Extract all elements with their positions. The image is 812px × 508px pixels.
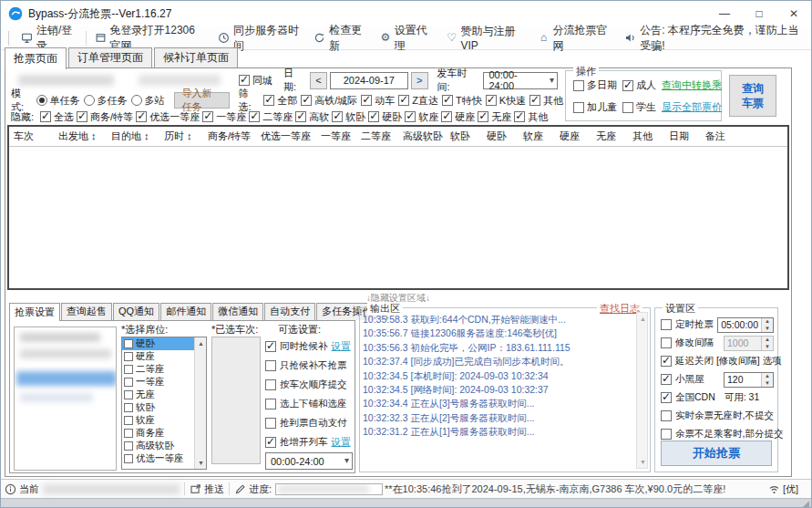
no-seat-row[interactable]: 实时余票无座时,不提交 <box>661 407 774 425</box>
col-soft-seat[interactable]: 软座 <box>519 126 555 147</box>
col-train-no[interactable]: 车次 <box>8 126 54 147</box>
col-remark[interactable]: 备注 <box>701 126 788 147</box>
option-extra-trains[interactable]: 抢增开列车设置 <box>265 432 353 451</box>
adult-checkbox[interactable]: 成人 <box>622 78 656 92</box>
scroll-down-icon[interactable]: ▼ <box>637 456 649 468</box>
status-bar: 当前 推送 进度: **在10:35:46抢到了2024-09-15,无锡东-南… <box>1 479 811 498</box>
prev-date-button[interactable]: < <box>310 72 327 89</box>
col-hard-sleeper[interactable]: 硬卧 <box>482 126 519 147</box>
delay-close-row[interactable]: 延迟关闭 [修改间隔] 选项 <box>661 352 774 370</box>
grab-time-select[interactable]: 00:00-24:00 <box>265 452 353 470</box>
tab-qq-notify[interactable]: QQ通知 <box>113 303 159 320</box>
option-berth-seat-select[interactable]: 选上下铺和选座 <box>265 394 353 413</box>
tab-email-notify[interactable]: 邮件通知 <box>160 303 211 320</box>
col-deluxe-sleeper[interactable]: 高级软卧 <box>398 126 446 147</box>
mode-multistation-radio[interactable]: 多站 <box>131 94 165 108</box>
tab-waitlist-orders[interactable]: 候补订单页面 <box>154 47 238 68</box>
col-hard-seat[interactable]: 硬座 <box>555 126 591 147</box>
mode-single-radio[interactable]: 单任务 <box>36 94 80 108</box>
scroll-up-icon[interactable]: ▲ <box>637 313 649 325</box>
tab-wechat-notify[interactable]: 微信通知 <box>212 303 263 320</box>
filter-option-k[interactable]: K快速 <box>486 94 526 108</box>
tab-grab-page[interactable]: 抢票页面 <box>5 47 67 69</box>
log-scrollbar[interactable]: ▲ ▼ <box>636 312 648 469</box>
hide-option[interactable]: 软座 <box>405 110 438 124</box>
col-duration[interactable]: 历时 ↕ <box>159 126 203 147</box>
filter-option-t[interactable]: T特快 <box>442 94 482 108</box>
col-premium-first[interactable]: 优选一等座 <box>256 126 316 147</box>
logout-login-button[interactable]: 注销/登录 <box>15 28 84 48</box>
tab-sale-query[interactable]: 查询起售 <box>61 303 112 320</box>
child-checkbox[interactable]: 加儿童 <box>573 100 617 114</box>
tab-order-management[interactable]: 订单管理页面 <box>68 47 152 68</box>
check-update-button[interactable]: 检查更新 <box>307 28 374 48</box>
show-all-price-link[interactable]: 显示全部票价 <box>662 100 722 114</box>
open-12306-button[interactable]: 免登录打开12306官网 <box>88 28 211 48</box>
set-proxy-button[interactable]: ⚙ 设置代理 <box>374 28 440 48</box>
timed-grab-spinner[interactable]: 05:00:00▲▼ <box>717 317 774 333</box>
hide-option[interactable]: 全选 <box>40 110 74 124</box>
official-site-button[interactable]: ⌂ 分流抢票官网 <box>532 28 618 48</box>
tab-auto-pay[interactable]: 自动支付 <box>264 303 315 320</box>
import-task-button[interactable]: 导入新任务 <box>174 92 230 109</box>
depart-time-select[interactable]: 00:00-24:00 <box>483 72 558 89</box>
filter-option-all[interactable]: 全部 <box>263 94 297 108</box>
hide-option[interactable]: 硬座 <box>441 110 475 124</box>
filter-option-z[interactable]: Z直达 <box>398 94 438 108</box>
option-grab-waitlist[interactable]: 同时抢候补设置 <box>265 337 353 356</box>
multi-date-checkbox[interactable]: 多日期 <box>573 78 617 92</box>
student-checkbox[interactable]: 学生 <box>622 100 656 114</box>
hide-option[interactable]: 一等座 <box>202 110 246 124</box>
filter-option-d[interactable]: 动车 <box>361 94 395 108</box>
push-label[interactable]: 推送 <box>204 482 224 496</box>
col-soft-sleeper[interactable]: 软卧 <box>446 126 482 147</box>
hide-option[interactable]: 二等座 <box>249 110 293 124</box>
col-origin[interactable]: 出发地 ↕ <box>54 126 107 147</box>
tab-grab-settings[interactable]: 抢票设置 <box>9 303 60 321</box>
transfer-query-link[interactable]: 查询中转换乘 <box>662 78 722 92</box>
checkbox-icon[interactable] <box>661 319 672 330</box>
date-input[interactable]: 2024-09-17 <box>330 72 408 89</box>
checkbox-icon[interactable] <box>661 374 672 385</box>
start-grab-button[interactable]: 开始抢票 <box>661 441 772 466</box>
col-no-seat[interactable]: 无座 <box>591 126 628 147</box>
blackroom-spinner[interactable]: 120▲▼ <box>724 372 774 388</box>
statusbar-separator <box>184 482 185 495</box>
sync-server-time-button[interactable]: 同步服务器时间 <box>211 28 307 48</box>
interval-spinner[interactable]: 1000▲▼ <box>724 336 774 351</box>
hide-option[interactable]: 无座 <box>478 110 511 124</box>
col-date[interactable]: 日期 <box>664 126 701 147</box>
mode-multi-radio[interactable]: 多任务 <box>84 94 128 108</box>
option-waitlist-only[interactable]: 只抢候补不抢票 <box>265 356 353 375</box>
col-first[interactable]: 一等座 <box>316 126 356 147</box>
hide-option[interactable]: 高软 <box>295 110 329 124</box>
extra-trains-settings-link[interactable]: 设置 <box>332 436 351 449</box>
next-date-button[interactable]: > <box>411 72 428 89</box>
passenger-list-redacted[interactable] <box>14 327 117 471</box>
checkbox-icon <box>301 95 312 106</box>
hide-option[interactable]: 商务/特等 <box>77 110 133 124</box>
col-other[interactable]: 其他 <box>628 126 664 147</box>
filter-option-other[interactable]: 其他 <box>529 94 563 108</box>
selected-trains-box[interactable] <box>211 337 261 464</box>
seat-list-scrollbar[interactable]: ▲ ▼ <box>194 337 206 469</box>
filter-option-highspeed[interactable]: 高铁/城际 <box>301 94 357 108</box>
resize-grip[interactable]: ◢ <box>803 499 809 508</box>
hide-option[interactable]: 硬卧 <box>368 110 402 124</box>
option-auto-pay[interactable]: 抢到票自动支付 <box>265 413 353 432</box>
col-second[interactable]: 二等座 <box>356 126 398 147</box>
same-city-checkbox[interactable]: 同城 <box>239 74 272 88</box>
query-tickets-button[interactable]: 查询 车票 <box>729 75 776 117</box>
col-destination[interactable]: 目的地 ↕ <box>107 126 159 147</box>
hide-option[interactable]: 优选一等座 <box>136 110 200 124</box>
hide-option[interactable]: 其他 <box>514 110 548 124</box>
checkbox-icon[interactable] <box>661 337 672 348</box>
scroll-down-icon[interactable]: ▼ <box>195 457 207 469</box>
option-submit-in-order[interactable]: 按车次顺序提交 <box>265 375 353 394</box>
sponsor-vip-button[interactable]: ♡ 赞助与注册VIP <box>440 28 532 48</box>
col-business[interactable]: 商务/特等 <box>203 126 256 147</box>
scroll-up-icon[interactable]: ▲ <box>195 337 207 349</box>
cdn-row[interactable]: 全国CDN 可用: 31 <box>661 389 774 407</box>
waitlist-settings-link[interactable]: 设置 <box>332 340 351 353</box>
hide-option[interactable]: 软卧 <box>332 110 365 124</box>
